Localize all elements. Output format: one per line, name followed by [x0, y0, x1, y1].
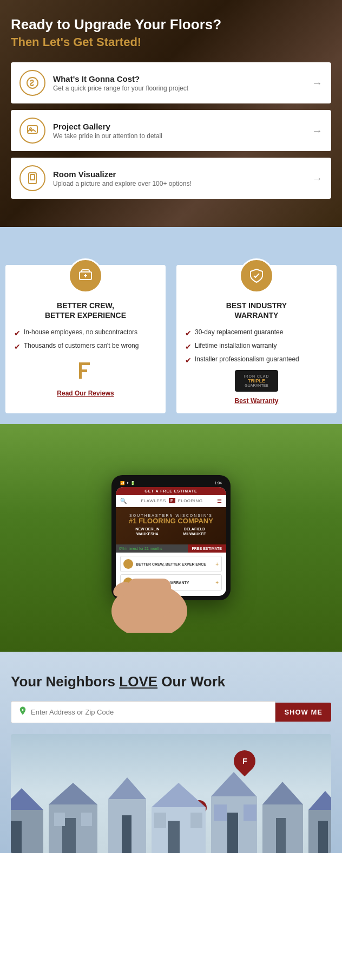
visualizer-card[interactable]: Room Visualizer Upload a picture and exp… — [11, 158, 331, 199]
svg-rect-4 — [30, 174, 35, 180]
address-search-input[interactable] — [31, 708, 268, 716]
map-pin-icon — [18, 706, 28, 718]
svg-rect-10 — [79, 369, 87, 372]
search-bar: SHOW ME — [11, 701, 331, 723]
crew-icon — [68, 258, 103, 293]
check-icon-3: ✔ — [185, 329, 192, 338]
check-icon-5: ✔ — [185, 356, 192, 365]
svg-marker-41 — [308, 791, 331, 810]
check-icon-1: ✔ — [14, 329, 21, 338]
svg-rect-36 — [244, 804, 256, 821]
neighbors-title: Your Neighbors LOVE Our Work — [11, 673, 331, 690]
svg-point-2 — [30, 128, 31, 129]
hand-illustration — [101, 524, 198, 633]
visualizer-card-desc: Upload a picture and explore over 100+ o… — [53, 180, 312, 187]
hero-title: Ready to Upgrade Your Floors? — [11, 16, 331, 33]
iron-clad-badge: IRON CLAD TRIPLE GUARANTEE — [235, 370, 278, 392]
better-spacer — [0, 238, 342, 265]
hero-subtitle: Then Let's Get Started! — [11, 35, 331, 49]
warranty-list-item-3: ✔ Installer professionalism guaranteed — [185, 355, 328, 365]
svg-rect-34 — [227, 813, 238, 853]
better-crew-list: ✔ In-house employees, no subcontractors … — [14, 328, 157, 351]
svg-rect-18 — [11, 821, 22, 853]
svg-point-15 — [22, 709, 24, 711]
svg-rect-39 — [276, 818, 286, 853]
neighbors-section: Your Neighbors LOVE Our Work SHOW ME F F — [0, 652, 342, 853]
svg-rect-23 — [81, 813, 92, 826]
gallery-card[interactable]: Project Gallery We take pride in our att… — [11, 110, 331, 151]
cost-card-desc: Get a quick price range for your floorin… — [53, 85, 312, 92]
hero-section: Ready to Upgrade Your Floors? Then Let's… — [0, 0, 342, 227]
svg-marker-33 — [211, 772, 256, 796]
visualizer-card-title: Room Visualizer — [53, 170, 312, 179]
cost-card[interactable]: What's It Gonna Cost? Get a quick price … — [11, 62, 331, 103]
flawless-logo-left — [14, 360, 157, 385]
warranty-list-item-1: ✔ 30-day replacement guarantee — [185, 328, 328, 338]
svg-rect-35 — [214, 804, 227, 821]
svg-rect-31 — [190, 813, 202, 828]
svg-rect-29 — [168, 821, 180, 853]
svg-rect-26 — [122, 815, 131, 853]
best-warranty-card: BEST INDUSTRYWARRANTY ✔ 30-day replaceme… — [176, 265, 337, 413]
gallery-card-text: Project Gallery We take pride in our att… — [53, 122, 312, 140]
better-crew-title: BETTER CREW,BETTER EXPERIENCE — [14, 301, 157, 320]
svg-marker-25 — [108, 777, 146, 799]
plus-icon-2: + — [215, 580, 219, 586]
phone-top-bar: GET A FREE ESTIMATE — [116, 487, 226, 495]
search-input-wrap[interactable] — [11, 701, 275, 723]
warranty-list: ✔ 30-day replacement guarantee ✔ Lifetim… — [185, 328, 328, 365]
svg-rect-9 — [79, 362, 90, 365]
better-crew-card: BETTER CREW,BETTER EXPERIENCE ✔ In-house… — [5, 265, 166, 413]
gallery-arrow-icon: → — [312, 125, 323, 137]
svg-marker-17 — [11, 788, 43, 810]
visualizer-card-text: Room Visualizer Upload a picture and exp… — [53, 170, 312, 187]
visualizer-icon — [19, 165, 45, 191]
plus-icon-1: + — [215, 561, 219, 567]
best-warranty-title: BEST INDUSTRYWARRANTY — [185, 301, 328, 320]
svg-rect-22 — [54, 813, 65, 826]
cost-arrow-icon: → — [312, 77, 323, 89]
svg-rect-12 — [128, 579, 171, 616]
svg-rect-30 — [154, 813, 166, 828]
better-grid: BETTER CREW,BETTER EXPERIENCE ✔ In-house… — [0, 265, 342, 413]
phone-logo: FLAWLESS F FLOORING — [141, 498, 202, 503]
best-warranty-link[interactable]: Best Warranty — [185, 397, 328, 405]
spacer-top — [0, 227, 342, 238]
cost-icon — [19, 70, 45, 96]
check-icon-4: ✔ — [185, 342, 192, 351]
cost-card-text: What's It Gonna Cost? Get a quick price … — [53, 74, 312, 92]
cost-card-title: What's It Gonna Cost? — [53, 74, 312, 83]
show-me-button[interactable]: SHOW ME — [275, 703, 331, 722]
warranty-icon — [239, 258, 274, 293]
svg-marker-38 — [262, 782, 303, 804]
better-section: BETTER CREW,BETTER EXPERIENCE ✔ In-house… — [0, 238, 342, 424]
map-area: F F — [11, 734, 331, 853]
house-silhouettes — [11, 767, 331, 853]
phone-section: 📶 ✦ 🔋1:04 GET A FREE ESTIMATE 🔍 FLAWLESS… — [0, 424, 342, 652]
gallery-icon — [19, 118, 45, 144]
visualizer-arrow-icon: → — [312, 172, 323, 185]
crew-list-item-1: ✔ In-house employees, no subcontractors — [14, 328, 157, 338]
read-reviews-link[interactable]: Read Our Reviews — [14, 390, 157, 397]
check-icon-2: ✔ — [14, 342, 21, 351]
svg-marker-20 — [49, 783, 97, 804]
gallery-card-desc: We take pride in our attention to detail — [53, 132, 312, 140]
svg-rect-42 — [318, 821, 328, 853]
gallery-card-title: Project Gallery — [53, 122, 312, 131]
phone-nav: 🔍 FLAWLESS F FLOORING ☰ — [116, 495, 226, 507]
warranty-list-item-2: ✔ Lifetime installation warranty — [185, 342, 328, 351]
svg-marker-28 — [152, 783, 206, 807]
crew-list-item-2: ✔ Thousands of customers can't be wrong — [14, 342, 157, 351]
